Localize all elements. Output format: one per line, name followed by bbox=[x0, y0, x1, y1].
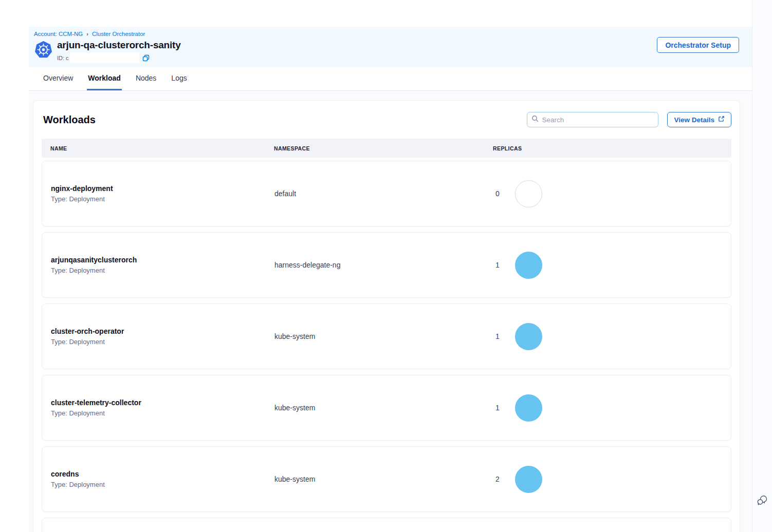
breadcrumb: Account: CCM-NG › Cluster Orchestrator bbox=[34, 31, 752, 37]
workloads-actions: View Details bbox=[527, 112, 731, 127]
page-title: arjun-qa-clusterorch-sanity bbox=[57, 40, 181, 51]
workload-row[interactable]: nginx-deployment Type: Deployment defaul… bbox=[42, 161, 731, 226]
workload-type: Type: Deployment bbox=[51, 195, 274, 203]
replica-count: 1 bbox=[495, 332, 500, 340]
column-header-replicas: REPLICAS bbox=[493, 145, 731, 151]
main-content: Workloads View Details bbox=[29, 91, 752, 532]
workload-name: cluster-telemetry-collector bbox=[51, 398, 274, 407]
workload-row[interactable]: cluster-orch-operator Type: Deployment k… bbox=[42, 303, 731, 369]
replica-status-circle bbox=[515, 180, 542, 207]
workload-name: arjunqasanityclusterorch bbox=[51, 256, 274, 264]
workloads-title: Workloads bbox=[43, 114, 96, 126]
orchestrator-setup-button[interactable]: Orchestrator Setup bbox=[657, 37, 739, 53]
workload-row-partial[interactable] bbox=[42, 518, 731, 532]
replica-status-circle bbox=[515, 394, 542, 422]
copy-icon[interactable] bbox=[142, 54, 150, 62]
workload-row[interactable]: cluster-telemetry-collector Type: Deploy… bbox=[42, 375, 731, 441]
cluster-id-row: ID: c bbox=[57, 52, 181, 63]
title-row: arjun-qa-clusterorch-sanity ID: c bbox=[34, 40, 752, 63]
workload-type: Type: Deployment bbox=[51, 481, 274, 488]
column-header-name: NAME bbox=[50, 145, 274, 151]
tab-bar: Overview Workload Nodes Logs bbox=[29, 67, 752, 91]
external-link-icon bbox=[718, 116, 725, 124]
search-box[interactable] bbox=[527, 112, 658, 127]
workload-row[interactable]: coredns Type: Deployment kube-system 2 bbox=[42, 446, 731, 512]
replica-count: 2 bbox=[495, 475, 500, 483]
view-details-label: View Details bbox=[674, 116, 714, 124]
column-header-namespace: NAMESPACE bbox=[274, 145, 493, 151]
replica-status-circle bbox=[515, 466, 542, 493]
table-header: NAME NAMESPACE REPLICAS bbox=[42, 139, 731, 158]
kubernetes-icon bbox=[34, 41, 53, 60]
breadcrumb-section-link[interactable]: Cluster Orchestrator bbox=[92, 31, 145, 37]
workload-namespace: kube-system bbox=[274, 332, 493, 340]
workload-namespace: default bbox=[274, 189, 493, 198]
workload-name: cluster-orch-operator bbox=[51, 327, 274, 335]
tab-workload[interactable]: Workload bbox=[87, 67, 122, 90]
workload-type: Type: Deployment bbox=[51, 409, 274, 417]
workload-namespace: kube-system bbox=[274, 475, 493, 483]
workload-type: Type: Deployment bbox=[51, 267, 274, 274]
workload-name: coredns bbox=[51, 470, 274, 478]
replica-count: 1 bbox=[495, 261, 500, 269]
chat-icon[interactable] bbox=[756, 494, 768, 506]
search-icon bbox=[531, 115, 539, 124]
right-rail bbox=[752, 0, 772, 532]
replica-count: 0 bbox=[495, 189, 500, 198]
search-input[interactable] bbox=[542, 116, 654, 124]
workload-namespace: kube-system bbox=[274, 404, 493, 412]
page: Account: CCM-NG › Cluster Orchestrator bbox=[0, 0, 772, 532]
workload-rows: nginx-deployment Type: Deployment defaul… bbox=[42, 161, 731, 532]
workload-name: nginx-deployment bbox=[51, 184, 274, 193]
workload-type: Type: Deployment bbox=[51, 338, 274, 346]
workload-row[interactable]: arjunqasanityclusterorch Type: Deploymen… bbox=[42, 232, 731, 298]
breadcrumb-separator-icon: › bbox=[86, 31, 88, 37]
replica-status-circle bbox=[515, 252, 542, 279]
workload-namespace: harness-delegate-ng bbox=[274, 261, 493, 269]
tab-logs[interactable]: Logs bbox=[170, 67, 188, 90]
replica-count: 1 bbox=[495, 404, 500, 412]
cluster-id-label: ID: c bbox=[57, 55, 69, 61]
tab-overview[interactable]: Overview bbox=[42, 67, 74, 90]
breadcrumb-account-link[interactable]: Account: CCM-NG bbox=[34, 31, 83, 37]
replica-status-circle bbox=[515, 323, 542, 350]
workloads-card-header: Workloads View Details bbox=[42, 112, 731, 127]
cluster-header: Account: CCM-NG › Cluster Orchestrator bbox=[29, 27, 752, 67]
workloads-card: Workloads View Details bbox=[33, 100, 740, 532]
cluster-id-value-redacted bbox=[70, 52, 139, 63]
title-block: arjun-qa-clusterorch-sanity ID: c bbox=[57, 40, 181, 63]
tab-nodes[interactable]: Nodes bbox=[135, 67, 157, 90]
view-details-button[interactable]: View Details bbox=[667, 112, 731, 127]
